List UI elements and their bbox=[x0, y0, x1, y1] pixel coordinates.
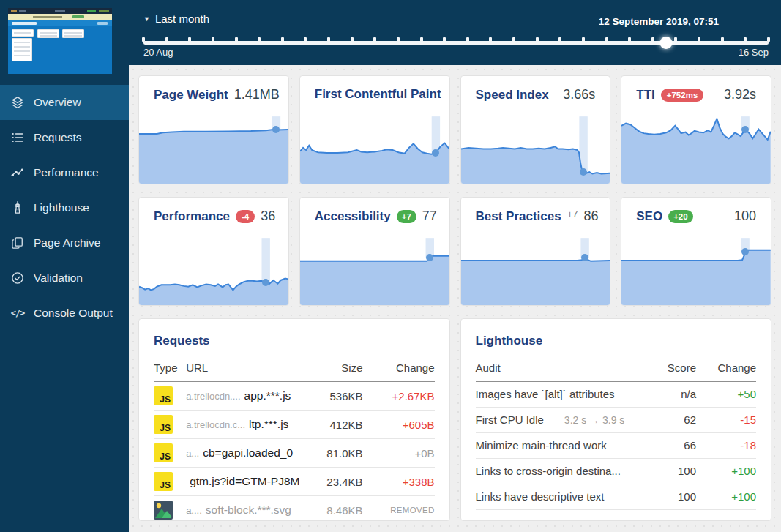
audit-change: +100 bbox=[696, 458, 756, 484]
timeline-tick bbox=[698, 37, 700, 42]
audit-score: 66 bbox=[643, 432, 696, 458]
col-url: URL bbox=[186, 356, 299, 381]
sidebar-item-label: Performance bbox=[34, 166, 99, 179]
request-url: cb=gapi.loaded_0 bbox=[203, 446, 293, 459]
thumb-browser-chrome bbox=[8, 8, 112, 14]
metric-badge: -4 bbox=[236, 210, 255, 223]
timeline-tick bbox=[651, 37, 654, 42]
metric-value: 3.92s bbox=[724, 87, 756, 102]
timeline-tick bbox=[420, 37, 423, 42]
range-dropdown-label: Last month bbox=[155, 12, 209, 25]
request-row[interactable]: JS a.trellocdn.c...ltp.***.js 412KB +605… bbox=[154, 411, 435, 439]
request-row[interactable]: a....soft-block.***.svg 8.46KB REMOVED bbox=[154, 496, 435, 522]
current-point-marker bbox=[741, 126, 749, 133]
sidebar-item-label: Validation bbox=[34, 271, 83, 285]
timeline-tick bbox=[536, 37, 539, 42]
audit-row[interactable]: Minimize main-thread work 66 -18 bbox=[476, 432, 757, 458]
timeline-tick bbox=[744, 37, 747, 42]
request-url: soft-block.***.svg bbox=[206, 503, 291, 516]
metric-title: Best Practices bbox=[476, 209, 561, 224]
sidebar-item-lighthouse[interactable]: Lighthouse bbox=[0, 190, 129, 225]
timeline-labels: 20 Aug 16 Sep bbox=[143, 47, 769, 58]
audit-row[interactable]: Links have descriptive text 100 +100 bbox=[476, 484, 757, 509]
audit-name: Minimize main-thread work bbox=[476, 439, 607, 452]
timeline-tick bbox=[628, 37, 631, 42]
sidebar-item-overview[interactable]: Overview bbox=[0, 85, 129, 120]
sidebar-item-console-output[interactable]: </> Console Output bbox=[0, 296, 129, 331]
requests-table-header: Type URL Size Change bbox=[154, 356, 435, 381]
audit-row[interactable]: Images have `[alt]` attributes n/a +50 bbox=[476, 381, 757, 407]
metric-value: 100 bbox=[734, 209, 756, 224]
sparkline-chart bbox=[621, 236, 771, 305]
audit-name: Links have descriptive text bbox=[476, 490, 605, 503]
metric-card-seo-score[interactable]: SEO+20100 bbox=[621, 197, 771, 306]
image-file-icon bbox=[154, 501, 173, 520]
metric-card-accessibility-score[interactable]: Accessibility+777 bbox=[299, 197, 450, 306]
sidebar-item-label: Lighthouse bbox=[34, 201, 89, 214]
sparkline-chart bbox=[300, 236, 449, 305]
request-row[interactable]: JS a.trellocdn....app.***.js 536KB +2.67… bbox=[154, 381, 435, 411]
sidebar-item-page-archive[interactable]: Page Archive bbox=[0, 225, 129, 261]
timeline-tick bbox=[351, 37, 354, 42]
thumb-list-card bbox=[62, 29, 84, 38]
dashboard-app: Overview Requests Performance Lighthouse bbox=[0, 0, 781, 532]
timeline-tick bbox=[512, 37, 515, 42]
metric-value: 3.66s bbox=[563, 87, 595, 102]
page-screenshot-thumbnail[interactable] bbox=[8, 8, 112, 74]
requests-panel-title: Requests bbox=[154, 334, 435, 348]
timeline-tick bbox=[443, 37, 446, 42]
request-row[interactable]: JS a...cb=gapi.loaded_0 81.0KB +0B bbox=[154, 439, 435, 468]
metric-card-tti[interactable]: TTI+752ms3.92s bbox=[621, 75, 771, 184]
col-change: Change bbox=[363, 356, 435, 381]
range-dropdown[interactable]: ▼ Last month bbox=[143, 12, 209, 25]
metric-card-speed-index[interactable]: Speed Index3.66s bbox=[460, 75, 611, 184]
sparkline-chart bbox=[300, 114, 449, 184]
list-icon bbox=[10, 130, 26, 146]
timeline-tick bbox=[767, 37, 770, 42]
request-size: 8.46KB bbox=[299, 496, 362, 522]
metric-card-page-weight[interactable]: Page Weight1.41MB bbox=[138, 75, 289, 184]
audit-change: -15 bbox=[696, 407, 756, 432]
range-start-label: 20 Aug bbox=[143, 47, 173, 58]
audit-change: +50 bbox=[696, 381, 756, 407]
request-size: 536KB bbox=[299, 381, 362, 411]
audit-name: Links to cross-origin destina... bbox=[476, 465, 621, 477]
col-change: Change bbox=[696, 356, 756, 381]
audit-name: Images have `[alt]` attributes bbox=[476, 388, 615, 400]
requests-panel: Requests Type URL Size Change JS a. bbox=[138, 318, 450, 521]
timeline-tick bbox=[188, 37, 191, 42]
thumb-board-header bbox=[8, 20, 112, 26]
metric-card-performance-score[interactable]: Performance-436 bbox=[138, 197, 289, 306]
sidebar-item-performance[interactable]: Performance bbox=[0, 155, 129, 190]
timeline-tick bbox=[721, 37, 724, 42]
chevron-down-icon: ▼ bbox=[143, 15, 150, 23]
sparkline-chart bbox=[461, 114, 610, 184]
audit-score: 62 bbox=[643, 407, 696, 432]
timeline-tick bbox=[582, 37, 585, 42]
timeline-slider[interactable] bbox=[143, 36, 769, 46]
audit-row[interactable]: Links to cross-origin destina... 100 +10… bbox=[476, 458, 757, 484]
request-row[interactable]: JS gtm.js?id=GTM-PJ8M 23.4KB +338B bbox=[154, 468, 435, 496]
js-file-icon: JS bbox=[154, 472, 173, 491]
audit-row[interactable]: First CPU Idle3.2 s → 3.9 s 62 -15 bbox=[476, 407, 757, 432]
layers-icon bbox=[10, 94, 26, 110]
metric-value: 86 bbox=[584, 209, 599, 224]
timeline-tick bbox=[558, 37, 561, 42]
timeline-tick bbox=[466, 37, 469, 42]
timeline-tick bbox=[165, 37, 168, 42]
sidebar-item-requests[interactable]: Requests bbox=[0, 120, 129, 155]
audit-score: n/a bbox=[643, 381, 696, 407]
request-url-prefix: a.... bbox=[186, 505, 202, 516]
timeline-tick bbox=[674, 37, 677, 42]
request-change: +2.67KB bbox=[363, 381, 435, 411]
js-file-icon: JS bbox=[154, 386, 173, 405]
metric-card-best-practices-score[interactable]: Best Practices+786 bbox=[460, 197, 611, 306]
request-change: +605B bbox=[363, 411, 435, 439]
metric-card-first-contentful-paint[interactable]: First Contentful Paint bbox=[299, 75, 450, 184]
request-size: 23.4KB bbox=[299, 468, 362, 496]
metric-title: TTI bbox=[636, 88, 655, 102]
sparkline-chart bbox=[621, 114, 771, 184]
sidebar-item-validation[interactable]: Validation bbox=[0, 261, 129, 296]
check-circle-icon bbox=[10, 270, 26, 286]
audit-detail: 3.2 s → 3.9 s bbox=[564, 414, 624, 426]
